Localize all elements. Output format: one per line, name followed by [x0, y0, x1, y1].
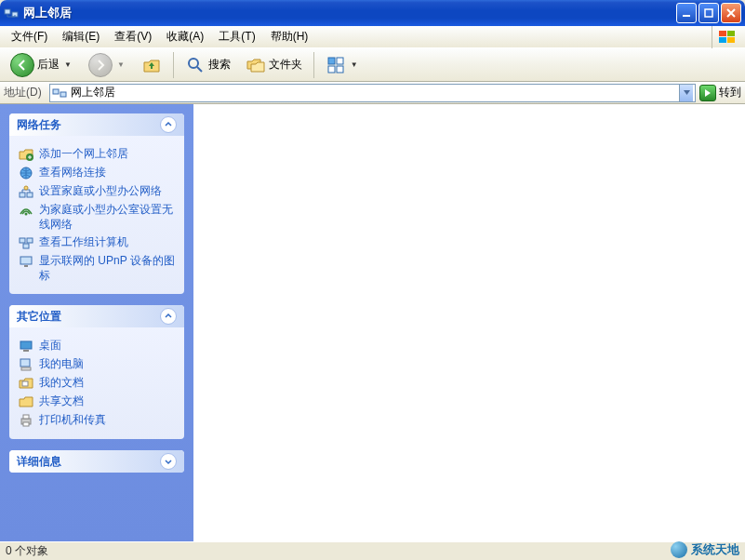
panel-header[interactable]: 网络任务: [9, 113, 184, 136]
svg-rect-25: [24, 265, 28, 267]
svg-rect-9: [328, 58, 335, 64]
address-input[interactable]: 网上邻居: [49, 84, 696, 102]
address-label: 地址(D): [4, 85, 46, 100]
svg-rect-23: [23, 244, 29, 248]
task-setup-wireless[interactable]: 为家庭或小型办公室设置无线网络: [19, 203, 175, 232]
panel-title: 网络任务: [17, 117, 61, 133]
dropdown-icon: ▼: [115, 60, 126, 69]
search-label: 搜索: [208, 57, 231, 73]
task-add-network-place[interactable]: 添加一个网上邻居: [19, 147, 175, 162]
place-my-computer[interactable]: 我的电脑: [19, 357, 175, 372]
go-icon: [699, 85, 716, 101]
expand-icon[interactable]: [160, 453, 177, 470]
panel-body: 添加一个网上邻居 查看网络连接 设置家庭或小型办公网络 为家庭或小型办公室设置无…: [9, 136, 184, 294]
svg-rect-27: [23, 350, 29, 352]
back-label: 后退: [37, 57, 60, 73]
svg-rect-13: [53, 89, 59, 94]
svg-rect-28: [20, 359, 30, 367]
wireless-icon: [19, 203, 33, 218]
svg-rect-29: [21, 367, 31, 370]
address-dropdown-button[interactable]: [679, 85, 693, 101]
place-shared-docs[interactable]: 共享文档: [19, 394, 175, 409]
dropdown-icon: ▼: [349, 60, 360, 69]
svg-rect-2: [683, 15, 690, 17]
menu-file[interactable]: 文件(F): [4, 27, 55, 47]
back-icon: [10, 53, 34, 77]
panel-header[interactable]: 详细信息: [9, 450, 184, 473]
titlebar: 网上邻居: [0, 0, 745, 26]
menu-favorites[interactable]: 收藏(A): [159, 27, 211, 47]
separator: [173, 52, 174, 78]
svg-rect-11: [328, 66, 335, 73]
window-title: 网上邻居: [23, 5, 676, 21]
watermark-text: 系统天地: [691, 541, 739, 558]
task-setup-home-network[interactable]: 设置家庭或小型办公网络: [19, 184, 175, 199]
task-view-connections[interactable]: 查看网络连接: [19, 166, 175, 180]
svg-rect-30: [22, 381, 28, 386]
toolbar: 后退 ▼ ▼ 搜索 文件夹 ▼: [0, 48, 745, 82]
menu-edit[interactable]: 编辑(E): [55, 27, 107, 47]
svg-rect-17: [20, 193, 25, 197]
menu-tools[interactable]: 工具(T): [211, 27, 262, 47]
place-desktop[interactable]: 桌面: [19, 339, 175, 353]
views-button[interactable]: ▼: [319, 51, 366, 79]
forward-button[interactable]: ▼: [82, 49, 133, 81]
details-panel: 详细信息: [9, 450, 184, 473]
content-area[interactable]: [193, 104, 745, 541]
address-bar: 地址(D) 网上邻居 转到: [0, 82, 745, 104]
folders-label: 文件夹: [269, 57, 302, 73]
network-places-icon: [52, 86, 67, 100]
svg-rect-33: [23, 422, 29, 426]
folders-icon: [246, 55, 266, 75]
address-value: 网上邻居: [71, 85, 679, 100]
svg-rect-6: [719, 37, 726, 43]
dropdown-icon: ▼: [62, 60, 73, 69]
desktop-icon: [19, 339, 33, 353]
place-printers[interactable]: 打印机和传真: [19, 413, 175, 428]
watermark-logo-icon: [671, 541, 687, 558]
svg-rect-5: [727, 31, 735, 36]
task-view-workgroup[interactable]: 查看工作组计算机: [19, 235, 175, 250]
maximize-button[interactable]: [698, 3, 719, 23]
body: 网络任务 添加一个网上邻居 查看网络连接 设置家庭或小型办公网络 为家庭或小型办…: [0, 104, 745, 541]
shared-folder-icon: [19, 394, 33, 409]
collapse-icon[interactable]: [160, 116, 177, 133]
menubar: 文件(F) 编辑(E) 查看(V) 收藏(A) 工具(T) 帮助(H): [0, 26, 745, 48]
printer-icon: [19, 413, 33, 428]
go-button[interactable]: 转到: [699, 85, 741, 101]
documents-icon: [19, 376, 33, 391]
minimize-button[interactable]: [676, 3, 697, 23]
svg-point-20: [25, 213, 28, 216]
panel-title: 详细信息: [17, 454, 61, 470]
svg-rect-14: [60, 92, 66, 97]
app-icon: [4, 6, 19, 20]
window-controls: [676, 3, 741, 23]
menu-help[interactable]: 帮助(H): [263, 27, 316, 47]
menu-view[interactable]: 查看(V): [107, 27, 159, 47]
status-bar: 0 个对象: [0, 541, 745, 560]
svg-rect-0: [5, 9, 10, 14]
up-button[interactable]: [135, 51, 168, 79]
search-button[interactable]: 搜索: [179, 51, 237, 79]
search-icon: [185, 55, 206, 75]
task-show-upnp[interactable]: 显示联网的 UPnP 设备的图标: [19, 254, 175, 283]
back-button[interactable]: 后退 ▼: [4, 49, 80, 81]
windows-flag-icon: [712, 26, 741, 48]
up-folder-icon: [141, 55, 162, 75]
panel-header[interactable]: 其它位置: [9, 305, 184, 327]
svg-point-8: [189, 59, 198, 68]
monitor-icon: [19, 254, 33, 269]
svg-rect-22: [27, 238, 33, 243]
separator: [313, 52, 314, 78]
tasks-sidebar: 网络任务 添加一个网上邻居 查看网络连接 设置家庭或小型办公网络 为家庭或小型办…: [0, 104, 193, 541]
collapse-icon[interactable]: [160, 308, 177, 325]
close-button[interactable]: [721, 3, 741, 23]
svg-rect-12: [337, 66, 343, 73]
svg-rect-3: [705, 9, 712, 17]
folders-button[interactable]: 文件夹: [239, 51, 309, 79]
place-my-documents[interactable]: 我的文档: [19, 376, 175, 391]
computer-icon: [19, 357, 33, 372]
svg-rect-4: [719, 31, 726, 36]
panel-body: 桌面 我的电脑 我的文档 共享文档 打印机和传真: [9, 327, 184, 439]
svg-rect-18: [27, 193, 33, 197]
